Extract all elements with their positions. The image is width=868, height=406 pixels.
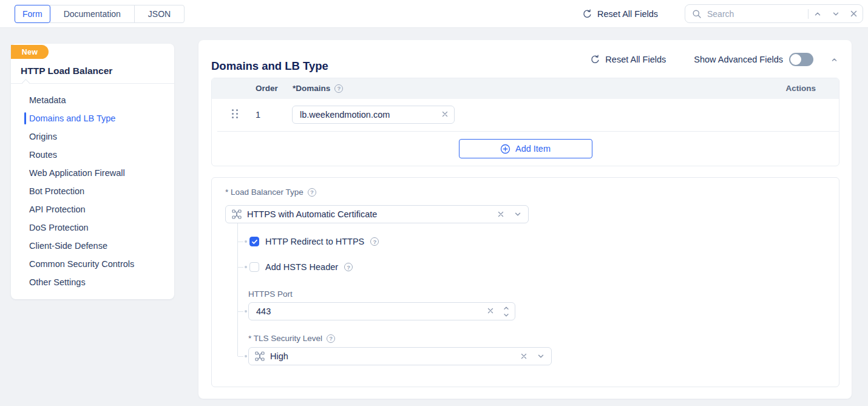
number-stepper[interactable] [503,305,510,319]
new-badge: New [11,45,49,59]
advanced-fields-label: Show Advanced Fields [694,55,783,64]
hsts-checkbox[interactable] [249,262,259,272]
sidebar-item-bot-protection[interactable]: Bot Protection [11,182,174,200]
main-panel: Domains and LB Type Reset All Fields Sho… [198,40,852,399]
sidebar-item-dos-protection[interactable]: DoS Protection [11,218,174,237]
http-redirect-checkbox[interactable] [249,237,259,246]
domains-table: Order *Domains ? Actions 1 [211,78,839,166]
sidebar-item-routes[interactable]: Routes [11,146,174,164]
tree-connector [238,356,243,357]
hsts-row: Add HSTS Header ? [249,261,353,273]
close-icon [497,211,504,218]
chevron-up-icon [813,10,822,18]
sidebar-item-domains-and-lb-type[interactable]: Domains and LB Type [11,109,174,127]
oneof-icon [255,351,265,361]
info-icon[interactable]: ? [308,188,316,197]
section-reset-label: Reset All Fields [605,55,666,64]
https-port-input-wrap [248,302,515,320]
reset-icon [590,55,600,64]
info-icon[interactable]: ? [370,237,379,246]
sidebar-nav: MetadataDomains and LB TypeOriginsRoutes… [11,91,174,291]
tree-line [237,223,238,356]
lb-type-value: HTTPS with Automatic Certificate [247,209,497,219]
chevron-down-icon [503,312,510,319]
topbar-tabs: FormDocumentationJSON [15,5,185,23]
sidebar-item-web-application-firewall[interactable]: Web Application Firewall [11,164,174,182]
clear-tls-button[interactable] [520,353,527,360]
lb-type-card: * Load Balancer Type ? HTTPS with Automa… [211,177,839,387]
chevron-up-icon [503,305,510,311]
plus-circle-icon [500,144,510,154]
section-collapse-button[interactable] [829,55,839,65]
domains-column-header: *Domains ? [293,84,343,93]
https-port-input[interactable] [249,303,515,320]
section-reset-button[interactable]: Reset All Fields [586,54,670,65]
lb-type-label: * Load Balancer Type ? [225,188,316,197]
reset-icon [582,9,592,19]
tls-level-select[interactable]: High [248,347,552,365]
domain-input[interactable] [293,106,454,123]
toggle-knob [790,54,801,65]
sidebar-divider [11,83,174,84]
info-icon[interactable]: ? [344,263,353,271]
clear-domain-button[interactable] [441,110,449,118]
order-column-header: Order [256,84,278,93]
close-icon [850,10,858,18]
sidebar-title: HTTP Load Balancer [21,66,112,76]
chevron-down-icon[interactable] [514,210,522,218]
add-item-button[interactable]: Add Item [459,139,592,158]
search-input[interactable] [706,8,808,19]
close-icon [487,307,494,314]
lb-type-label-text: * Load Balancer Type [225,188,303,197]
hsts-label: Add HSTS Header [265,262,338,272]
tree-connector [238,311,243,312]
sidebar-item-client-side-defense[interactable]: Client-Side Defense [11,237,174,255]
info-icon[interactable]: ? [334,84,343,93]
domains-header-label: *Domains [293,84,330,93]
close-icon [520,353,527,360]
section-controls: Reset All Fields Show Advanced Fields [586,53,839,66]
search-next-button[interactable] [827,10,845,18]
table-row: 1 [212,99,839,131]
lb-type-select[interactable]: HTTPS with Automatic Certificate [225,205,529,223]
https-port-label: HTTPS Port [248,289,293,299]
reset-label: Reset All Fields [597,9,658,19]
chevron-up-icon [830,56,838,64]
clear-port-button[interactable] [487,307,494,314]
domains-table-header: Order *Domains ? Actions [212,78,839,99]
sidebar-item-api-protection[interactable]: API Protection [11,200,174,218]
tls-level-label-text: * TLS Security Level [248,334,322,343]
search-prev-button[interactable] [809,10,827,18]
order-value: 1 [256,110,260,120]
check-icon [251,239,258,245]
sidebar-item-metadata[interactable]: Metadata [11,91,174,109]
http-redirect-label: HTTP Redirect to HTTPS [265,237,364,246]
section-title: Domains and LB Type [211,59,328,73]
advanced-fields-toggle[interactable] [789,53,813,66]
info-icon[interactable]: ? [327,334,335,343]
sidebar-item-other-settings[interactable]: Other Settings [11,273,174,291]
search-icon [692,9,702,19]
tree-connector [238,242,243,242]
tree-connector [238,267,243,268]
tab-json[interactable]: JSON [134,5,185,23]
reset-all-fields-button[interactable]: Reset All Fields [578,8,662,19]
sidebar: New HTTP Load Balancer MetadataDomains a… [11,44,174,299]
tls-level-value: High [270,351,520,361]
sidebar-item-common-security-controls[interactable]: Common Security Controls [11,255,174,273]
sidebar-item-origins[interactable]: Origins [11,127,174,146]
topbar: FormDocumentationJSON Reset All Fields [0,0,868,28]
add-item-label: Add Item [515,144,551,154]
actions-column-header: Actions [785,84,816,93]
clear-lb-type-button[interactable] [497,211,504,218]
chevron-down-icon[interactable] [537,352,545,360]
tab-form[interactable]: Form [15,5,50,23]
tab-documentation[interactable]: Documentation [50,5,135,23]
drag-handle-icon[interactable] [232,109,238,118]
https-port-label-text: HTTPS Port [248,289,293,299]
search-close-button[interactable] [845,10,863,18]
close-icon [441,110,449,118]
domain-input-wrap [292,106,455,124]
search-box [685,4,863,23]
chevron-down-icon [832,10,840,18]
